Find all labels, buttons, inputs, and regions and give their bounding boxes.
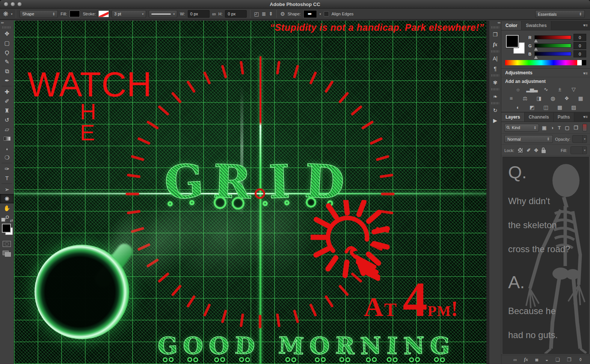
lock-transparency-icon[interactable] [518, 147, 523, 153]
close-window-icon[interactable] [4, 2, 8, 6]
link-layers-icon[interactable]: ∞ [513, 357, 517, 362]
panel-grip[interactable] [491, 50, 499, 53]
adjustment-layer-icon[interactable]: ◒ [545, 357, 548, 362]
shape-picker[interactable]: ➨ [303, 10, 317, 18]
tab-layers[interactable]: Layers [501, 113, 525, 122]
zoom-window-icon[interactable] [17, 2, 22, 6]
channel-mixer-icon[interactable]: ❖ [562, 95, 571, 102]
filter-smart-objects-icon[interactable]: ❐ [573, 125, 578, 131]
layers-list-area[interactable]: Q.Why didn'tthe skeletoncross the road?A… [502, 157, 589, 354]
path-selection-tool[interactable]: ➢ [0, 185, 14, 194]
vibrance-icon[interactable]: ▽ [569, 86, 578, 93]
layer-filter-kind-select[interactable]: ⚲ Kind ⇕ [504, 124, 539, 132]
custom-shape-tool[interactable]: ❋ [0, 194, 14, 203]
blend-mode-select[interactable]: Normal ⇕ [504, 135, 553, 143]
slider-thumb-icon[interactable] [534, 47, 538, 51]
tab-channels[interactable]: Channels [525, 113, 554, 122]
tool-preset-arrow-icon[interactable]: ▾ [11, 12, 12, 16]
filter-adjustment-layers-icon[interactable]: ◑ [551, 125, 554, 131]
delete-layer-icon[interactable]: ⚱ [578, 357, 582, 362]
brush-tool[interactable]: ✐ [0, 96, 14, 106]
foreground-color-swatch[interactable] [506, 35, 519, 48]
layer-filter-toggle[interactable] [582, 124, 587, 131]
blur-tool[interactable]: ❜ [0, 143, 14, 153]
filter-shape-layers-icon[interactable]: ▢ [565, 125, 569, 131]
fill-input[interactable]: ▾ [570, 146, 587, 154]
slider-thumb-icon[interactable] [534, 56, 538, 59]
shape-picker-arrow-icon[interactable]: ▾ [320, 12, 321, 16]
gradient-tool[interactable] [0, 134, 14, 143]
path-arrangement-icon[interactable]: ⇞ [269, 11, 273, 17]
brightness-contrast-icon[interactable]: ☼ [513, 86, 522, 93]
new-group-icon[interactable]: ❏ [555, 357, 560, 362]
expand-panels-icon[interactable]: ◂◂ [489, 21, 501, 26]
eyedropper-tool[interactable]: ✒ [0, 76, 14, 85]
panel-menu-icon[interactable]: ▾≡ [583, 114, 588, 119]
history-panel-icon[interactable]: ↻ [489, 105, 501, 115]
stroke-swatch[interactable] [98, 11, 109, 17]
move-tool[interactable]: ✥ [0, 29, 14, 38]
lock-image-icon[interactable]: ✐ [527, 147, 531, 153]
clone-source-panel-icon[interactable]: ❧ [489, 91, 501, 101]
exposure-icon[interactable]: ± [555, 86, 564, 93]
workspace-select[interactable]: Essentials ⇕ [535, 10, 585, 18]
panel-grip[interactable] [491, 74, 499, 77]
photo-filter-icon[interactable]: ◍ [548, 95, 557, 102]
slider-thumb-icon[interactable] [534, 39, 538, 42]
channel-value[interactable]: 0 [573, 50, 586, 57]
link-dimensions-icon[interactable]: ∞ [212, 11, 216, 17]
panel-grip[interactable] [491, 26, 499, 29]
actions-panel-icon[interactable]: ▶ [489, 115, 501, 125]
opacity-input[interactable]: ▾ [572, 135, 587, 143]
channel-slider[interactable] [534, 35, 571, 39]
filter-pixel-layers-icon[interactable]: ▣ [542, 125, 546, 131]
canvas[interactable]: GRID “Stupidity is not a handicap. Park … [14, 21, 486, 364]
new-layer-icon[interactable]: ❐ [567, 357, 572, 362]
gear-icon[interactable]: ⚙ [280, 11, 285, 17]
foreground-color-swatch[interactable] [2, 224, 11, 233]
quick-selection-tool[interactable]: ✎ [0, 57, 14, 66]
character-panel-icon[interactable]: A| [489, 53, 501, 63]
black-white-icon[interactable]: ◨ [534, 95, 543, 102]
levels-icon[interactable]: ▂▅▃ [527, 86, 536, 93]
panel-grip[interactable] [491, 88, 499, 90]
color-spectrum-ramp[interactable] [505, 60, 586, 65]
quick-mask-button[interactable] [3, 241, 11, 247]
dock-divider[interactable] [486, 21, 489, 364]
crop-tool[interactable]: ⧉ [0, 66, 14, 76]
clone-stamp-tool[interactable]: ♜ [0, 106, 14, 115]
width-input[interactable]: 0 px [188, 10, 210, 18]
stroke-width-select[interactable]: 3 pt ▾ [112, 10, 146, 18]
color-lookup-icon[interactable]: ▦ [576, 95, 585, 102]
type-tool[interactable]: T [0, 173, 14, 183]
layer-mask-icon[interactable]: ◙ [535, 357, 538, 362]
channel-value[interactable]: 0 [573, 34, 586, 41]
properties-panel-icon[interactable]: ❒ [489, 29, 501, 39]
styles-panel-icon[interactable]: fx [489, 39, 501, 50]
paragraph-panel-icon[interactable]: ¶ [489, 63, 501, 74]
path-alignment-icon[interactable]: ≣ [262, 11, 266, 17]
healing-brush-tool[interactable]: ✚ [0, 87, 14, 96]
pen-tool[interactable]: ✑ [0, 164, 14, 173]
gradient-map-icon[interactable]: ▩ [555, 104, 564, 111]
layer-style-icon[interactable]: fx [524, 356, 528, 362]
screen-mode-button[interactable] [3, 251, 11, 256]
fill-swatch[interactable] [69, 11, 80, 17]
align-edges-checkbox[interactable] [324, 11, 329, 17]
posterize-icon[interactable]: ◩ [527, 104, 536, 111]
curves-icon[interactable]: ∿ [541, 86, 550, 93]
lock-all-icon[interactable] [542, 150, 546, 153]
stroke-style-select[interactable]: ▾ [149, 10, 177, 18]
hue-saturation-icon[interactable]: ≡ [507, 95, 516, 102]
collapse-tools-icon[interactable]: ▸▸ [0, 21, 14, 26]
filter-type-layers-icon[interactable]: T [558, 125, 561, 131]
lasso-tool[interactable]: Ϙ [0, 48, 14, 57]
tab-swatches[interactable]: Swatches [522, 21, 551, 30]
rectangular-marquee-tool[interactable]: ▢ [0, 38, 14, 48]
panel-menu-icon[interactable]: ▾≡ [583, 71, 588, 76]
panel-menu-icon[interactable]: ▾≡ [583, 23, 588, 28]
lock-position-icon[interactable]: ✥ [534, 147, 538, 153]
default-colors-icon[interactable] [1, 218, 5, 222]
channel-slider[interactable] [534, 52, 571, 56]
panel-grip[interactable] [491, 102, 499, 104]
